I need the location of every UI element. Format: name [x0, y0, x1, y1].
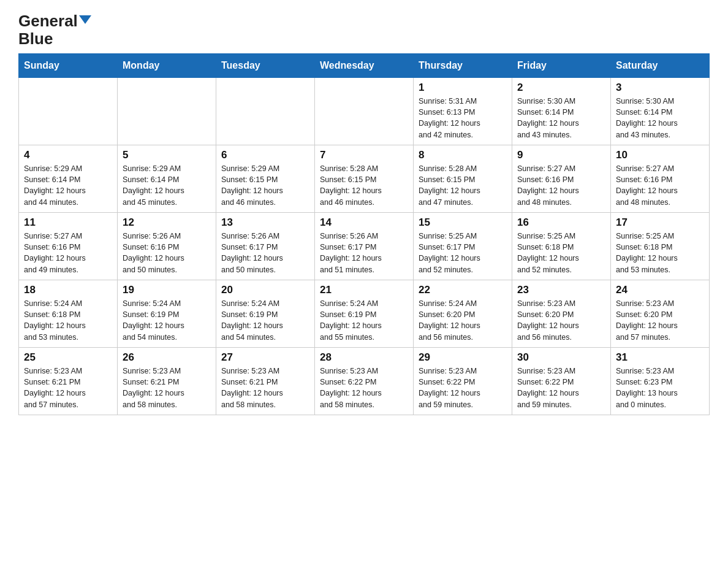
- day-number: 30: [517, 351, 605, 364]
- calendar-cell: 4Sunrise: 5:29 AM Sunset: 6:14 PM Daylig…: [19, 145, 118, 213]
- calendar-cell: 10Sunrise: 5:27 AM Sunset: 6:16 PM Dayli…: [611, 145, 710, 213]
- day-info: Sunrise: 5:28 AM Sunset: 6:15 PM Dayligh…: [320, 163, 408, 208]
- calendar-cell: 1Sunrise: 5:31 AM Sunset: 6:13 PM Daylig…: [414, 78, 512, 145]
- calendar-week-3: 11Sunrise: 5:27 AM Sunset: 6:16 PM Dayli…: [19, 213, 710, 280]
- logo: General Blue: [18, 12, 91, 47]
- day-info: Sunrise: 5:23 AM Sunset: 6:21 PM Dayligh…: [221, 366, 309, 410]
- calendar-cell: [19, 78, 118, 145]
- calendar-cell: 25Sunrise: 5:23 AM Sunset: 6:21 PM Dayli…: [19, 348, 118, 415]
- day-info: Sunrise: 5:25 AM Sunset: 6:18 PM Dayligh…: [616, 231, 704, 275]
- day-number: 31: [616, 351, 704, 364]
- calendar-cell: 15Sunrise: 5:25 AM Sunset: 6:17 PM Dayli…: [414, 213, 512, 280]
- calendar-cell: 24Sunrise: 5:23 AM Sunset: 6:20 PM Dayli…: [611, 280, 710, 348]
- calendar-cell: 20Sunrise: 5:24 AM Sunset: 6:19 PM Dayli…: [216, 280, 315, 348]
- day-info: Sunrise: 5:24 AM Sunset: 6:18 PM Dayligh…: [24, 298, 112, 343]
- day-info: Sunrise: 5:26 AM Sunset: 6:16 PM Dayligh…: [123, 231, 211, 275]
- calendar-week-4: 18Sunrise: 5:24 AM Sunset: 6:18 PM Dayli…: [19, 280, 710, 348]
- day-number: 24: [616, 284, 704, 296]
- day-number: 23: [517, 284, 605, 296]
- calendar-cell: 2Sunrise: 5:30 AM Sunset: 6:14 PM Daylig…: [512, 78, 611, 145]
- calendar-cell: 17Sunrise: 5:25 AM Sunset: 6:18 PM Dayli…: [611, 213, 710, 280]
- day-number: 26: [123, 351, 211, 364]
- calendar-table: SundayMondayTuesdayWednesdayThursdayFrid…: [18, 53, 710, 415]
- day-number: 3: [616, 82, 704, 94]
- day-info: Sunrise: 5:23 AM Sunset: 6:20 PM Dayligh…: [517, 298, 605, 343]
- col-header-thursday: Thursday: [414, 54, 512, 78]
- day-info: Sunrise: 5:23 AM Sunset: 6:21 PM Dayligh…: [123, 366, 211, 410]
- col-header-saturday: Saturday: [611, 54, 710, 78]
- calendar-cell: 26Sunrise: 5:23 AM Sunset: 6:21 PM Dayli…: [118, 348, 216, 415]
- day-info: Sunrise: 5:26 AM Sunset: 6:17 PM Dayligh…: [320, 231, 408, 275]
- day-info: Sunrise: 5:29 AM Sunset: 6:14 PM Dayligh…: [123, 163, 211, 208]
- calendar-cell: 14Sunrise: 5:26 AM Sunset: 6:17 PM Dayli…: [315, 213, 414, 280]
- day-info: Sunrise: 5:28 AM Sunset: 6:15 PM Dayligh…: [419, 163, 507, 208]
- calendar-cell: 13Sunrise: 5:26 AM Sunset: 6:17 PM Dayli…: [216, 213, 315, 280]
- day-info: Sunrise: 5:27 AM Sunset: 6:16 PM Dayligh…: [517, 163, 605, 208]
- day-info: Sunrise: 5:26 AM Sunset: 6:17 PM Dayligh…: [221, 231, 309, 275]
- day-info: Sunrise: 5:24 AM Sunset: 6:19 PM Dayligh…: [123, 298, 211, 343]
- calendar-cell: 31Sunrise: 5:23 AM Sunset: 6:23 PM Dayli…: [611, 348, 710, 415]
- logo-general-text: General: [18, 12, 78, 30]
- day-info: Sunrise: 5:24 AM Sunset: 6:19 PM Dayligh…: [221, 298, 309, 343]
- col-header-monday: Monday: [118, 54, 216, 78]
- day-number: 15: [419, 216, 507, 229]
- day-info: Sunrise: 5:30 AM Sunset: 6:14 PM Dayligh…: [517, 96, 605, 140]
- day-number: 9: [517, 149, 605, 161]
- day-info: Sunrise: 5:24 AM Sunset: 6:19 PM Dayligh…: [320, 298, 408, 343]
- calendar-cell: 6Sunrise: 5:29 AM Sunset: 6:15 PM Daylig…: [216, 145, 315, 213]
- day-number: 18: [24, 284, 112, 296]
- day-number: 4: [24, 149, 112, 161]
- calendar-cell: 22Sunrise: 5:24 AM Sunset: 6:20 PM Dayli…: [414, 280, 512, 348]
- calendar-cell: 8Sunrise: 5:28 AM Sunset: 6:15 PM Daylig…: [414, 145, 512, 213]
- calendar-cell: 9Sunrise: 5:27 AM Sunset: 6:16 PM Daylig…: [512, 145, 611, 213]
- day-info: Sunrise: 5:24 AM Sunset: 6:20 PM Dayligh…: [419, 298, 507, 343]
- page-header: General Blue: [18, 12, 710, 47]
- calendar-cell: 12Sunrise: 5:26 AM Sunset: 6:16 PM Dayli…: [118, 213, 216, 280]
- calendar-cell: 23Sunrise: 5:23 AM Sunset: 6:20 PM Dayli…: [512, 280, 611, 348]
- day-info: Sunrise: 5:23 AM Sunset: 6:23 PM Dayligh…: [616, 366, 704, 410]
- day-info: Sunrise: 5:23 AM Sunset: 6:22 PM Dayligh…: [517, 366, 605, 410]
- day-number: 8: [419, 149, 507, 161]
- day-number: 21: [320, 284, 408, 296]
- calendar-header-row: SundayMondayTuesdayWednesdayThursdayFrid…: [19, 54, 710, 78]
- day-info: Sunrise: 5:30 AM Sunset: 6:14 PM Dayligh…: [616, 96, 704, 140]
- day-info: Sunrise: 5:25 AM Sunset: 6:18 PM Dayligh…: [517, 231, 605, 275]
- col-header-tuesday: Tuesday: [216, 54, 315, 78]
- calendar-cell: 19Sunrise: 5:24 AM Sunset: 6:19 PM Dayli…: [118, 280, 216, 348]
- day-number: 11: [24, 216, 112, 229]
- day-number: 28: [320, 351, 408, 364]
- day-number: 2: [517, 82, 605, 94]
- calendar-cell: 11Sunrise: 5:27 AM Sunset: 6:16 PM Dayli…: [19, 213, 118, 280]
- day-info: Sunrise: 5:23 AM Sunset: 6:20 PM Dayligh…: [616, 298, 704, 343]
- day-number: 10: [616, 149, 704, 161]
- day-info: Sunrise: 5:29 AM Sunset: 6:15 PM Dayligh…: [221, 163, 309, 208]
- col-header-friday: Friday: [512, 54, 611, 78]
- day-number: 20: [221, 284, 309, 296]
- day-number: 6: [221, 149, 309, 161]
- day-info: Sunrise: 5:23 AM Sunset: 6:22 PM Dayligh…: [419, 366, 507, 410]
- day-info: Sunrise: 5:27 AM Sunset: 6:16 PM Dayligh…: [24, 231, 112, 275]
- day-number: 14: [320, 216, 408, 229]
- day-info: Sunrise: 5:23 AM Sunset: 6:22 PM Dayligh…: [320, 366, 408, 410]
- calendar-cell: 3Sunrise: 5:30 AM Sunset: 6:14 PM Daylig…: [611, 78, 710, 145]
- day-number: 25: [24, 351, 112, 364]
- calendar-week-1: 1Sunrise: 5:31 AM Sunset: 6:13 PM Daylig…: [19, 78, 710, 145]
- day-number: 12: [123, 216, 211, 229]
- calendar-cell: 28Sunrise: 5:23 AM Sunset: 6:22 PM Dayli…: [315, 348, 414, 415]
- day-number: 29: [419, 351, 507, 364]
- calendar-week-2: 4Sunrise: 5:29 AM Sunset: 6:14 PM Daylig…: [19, 145, 710, 213]
- calendar-cell: 18Sunrise: 5:24 AM Sunset: 6:18 PM Dayli…: [19, 280, 118, 348]
- day-number: 22: [419, 284, 507, 296]
- logo-blue-text: Blue: [18, 30, 53, 48]
- day-info: Sunrise: 5:25 AM Sunset: 6:17 PM Dayligh…: [419, 231, 507, 275]
- day-number: 13: [221, 216, 309, 229]
- calendar-cell: 27Sunrise: 5:23 AM Sunset: 6:21 PM Dayli…: [216, 348, 315, 415]
- day-number: 7: [320, 149, 408, 161]
- day-info: Sunrise: 5:27 AM Sunset: 6:16 PM Dayligh…: [616, 163, 704, 208]
- calendar-cell: 21Sunrise: 5:24 AM Sunset: 6:19 PM Dayli…: [315, 280, 414, 348]
- logo-arrow-icon: [79, 15, 91, 24]
- day-number: 17: [616, 216, 704, 229]
- calendar-week-5: 25Sunrise: 5:23 AM Sunset: 6:21 PM Dayli…: [19, 348, 710, 415]
- calendar-cell: 30Sunrise: 5:23 AM Sunset: 6:22 PM Dayli…: [512, 348, 611, 415]
- day-number: 5: [123, 149, 211, 161]
